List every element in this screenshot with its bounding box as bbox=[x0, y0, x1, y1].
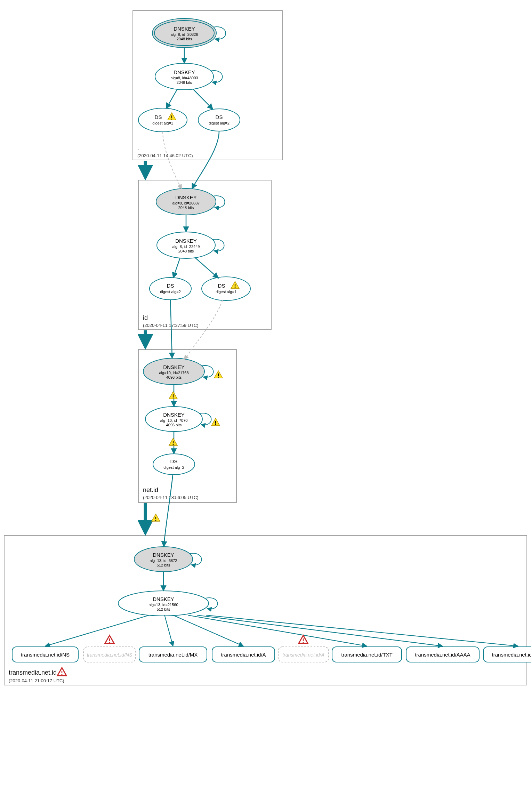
svg-text:DNSKEY: DNSKEY bbox=[153, 552, 174, 558]
svg-text:DNSKEY: DNSKEY bbox=[175, 194, 197, 200]
svg-text:transmedia.net.id/SOA: transmedia.net.id/SOA bbox=[492, 652, 531, 658]
rrset-rr_mx[interactable]: transmedia.net.id/MX bbox=[139, 647, 207, 662]
edge bbox=[206, 615, 518, 646]
error-icon bbox=[105, 635, 114, 643]
svg-text:alg=13, id=21560: alg=13, id=21560 bbox=[148, 603, 178, 607]
svg-text:alg=8, id=22449: alg=8, id=22449 bbox=[172, 244, 200, 249]
svg-point-69 bbox=[171, 119, 172, 120]
svg-text:DS: DS bbox=[218, 283, 225, 289]
svg-point-75 bbox=[173, 397, 174, 399]
warning-icon bbox=[169, 438, 177, 445]
svg-text:2048 bits: 2048 bits bbox=[177, 80, 192, 85]
svg-text:transmedia.net.id/MX: transmedia.net.id/MX bbox=[148, 652, 198, 658]
zone-leaf-label: transmedia.net.id bbox=[9, 669, 57, 676]
svg-text:alg=8, id=20326: alg=8, id=20326 bbox=[171, 32, 198, 37]
zone-root-ts: (2020-04-11 14:46:02 UTC) bbox=[137, 153, 193, 158]
svg-text:DS: DS bbox=[216, 114, 223, 120]
svg-point-71 bbox=[235, 287, 236, 288]
svg-text:transmedia.net.id/A: transmedia.net.id/A bbox=[282, 652, 324, 658]
dnssec-graph: . (2020-04-11 14:46:02 UTC) id (2020-04-… bbox=[0, 0, 531, 812]
svg-text:DNSKEY: DNSKEY bbox=[163, 412, 185, 418]
svg-point-41 bbox=[153, 454, 195, 475]
rrset-rr_txt[interactable]: transmedia.net.id/TXT bbox=[332, 647, 402, 662]
node-root-ds2[interactable]: DS digest alg=2 bbox=[198, 109, 240, 131]
svg-point-79 bbox=[173, 444, 174, 445]
svg-text:2048 bits: 2048 bits bbox=[178, 206, 194, 210]
svg-text:digest alg=2: digest alg=2 bbox=[160, 290, 181, 294]
svg-text:digest alg=1: digest alg=1 bbox=[216, 290, 236, 294]
svg-text:alg=10, id=21768: alg=10, id=21768 bbox=[159, 371, 188, 375]
svg-text:transmedia.net.id/NS: transmedia.net.id/NS bbox=[87, 652, 132, 658]
svg-point-16 bbox=[198, 109, 240, 131]
rrset-rr_ns_g[interactable]: transmedia.net.id/NS bbox=[83, 647, 136, 662]
node-leaf-ksk[interactable]: DNSKEY alg=13, id=6872 512 bits bbox=[134, 547, 202, 572]
svg-text:alg=8, id=26887: alg=8, id=26887 bbox=[172, 201, 200, 205]
svg-point-87 bbox=[61, 674, 62, 675]
svg-point-30 bbox=[202, 277, 250, 300]
error-icon bbox=[57, 668, 66, 676]
zone-leaf-ts: (2020-04-11 21:00:17 UTC) bbox=[9, 678, 64, 683]
node-leaf-zsk[interactable]: DNSKEY alg=13, id=21560 512 bits bbox=[118, 591, 218, 616]
svg-text:DNSKEY: DNSKEY bbox=[153, 596, 174, 602]
warning-icon bbox=[214, 371, 223, 378]
svg-text:transmedia.net.id/TXT: transmedia.net.id/TXT bbox=[341, 652, 393, 658]
svg-point-73 bbox=[218, 377, 219, 378]
svg-text:4096 bits: 4096 bits bbox=[166, 375, 182, 379]
rrset-rr_soa[interactable]: transmedia.net.id/SOA bbox=[483, 647, 531, 662]
svg-text:DS: DS bbox=[167, 283, 174, 289]
node-net-ksk[interactable]: DNSKEY alg=10, id=21768 4096 bits bbox=[143, 358, 214, 385]
node-id-ds2[interactable]: DS digest alg=2 bbox=[150, 278, 191, 300]
error-icon bbox=[299, 635, 308, 643]
svg-text:transmedia.net.id/AAAA: transmedia.net.id/AAAA bbox=[415, 652, 470, 658]
svg-text:4096 bits: 4096 bits bbox=[166, 423, 182, 427]
warning-icon bbox=[169, 392, 177, 399]
rrset-rr_a_g[interactable]: transmedia.net.id/A bbox=[278, 647, 329, 662]
edge bbox=[173, 258, 180, 278]
edge bbox=[164, 475, 173, 547]
svg-text:2048 bits: 2048 bits bbox=[178, 249, 194, 253]
svg-point-81 bbox=[155, 520, 156, 521]
warning-icon bbox=[211, 418, 220, 426]
svg-text:transmedia.net.id/NS: transmedia.net.id/NS bbox=[21, 652, 70, 658]
edge bbox=[188, 615, 367, 646]
svg-text:alg=8, id=48903: alg=8, id=48903 bbox=[171, 76, 198, 80]
rrset-rr_ns[interactable]: transmedia.net.id/NS bbox=[12, 647, 78, 662]
edge bbox=[164, 615, 173, 646]
svg-text:digest alg=2: digest alg=2 bbox=[163, 465, 184, 469]
node-net-ds[interactable]: DS digest alg=2 bbox=[153, 454, 195, 475]
node-root-ds1[interactable]: DS digest alg=1 bbox=[138, 108, 187, 132]
rrset-rr_a[interactable]: transmedia.net.id/A bbox=[212, 647, 275, 662]
svg-text:alg=10, id=7070: alg=10, id=7070 bbox=[160, 418, 188, 423]
edge bbox=[45, 615, 149, 646]
svg-text:2048 bits: 2048 bits bbox=[177, 37, 192, 41]
edge bbox=[195, 257, 218, 278]
svg-text:alg=13, id=6872: alg=13, id=6872 bbox=[150, 558, 177, 563]
edge bbox=[193, 89, 213, 109]
svg-point-13 bbox=[138, 108, 187, 132]
node-root-ksk[interactable]: DNSKEY alg=8, id=20326 2048 bits bbox=[152, 18, 226, 48]
svg-point-83 bbox=[109, 642, 110, 643]
svg-text:512 bits: 512 bits bbox=[157, 607, 170, 611]
warning-icon bbox=[152, 514, 160, 521]
svg-point-77 bbox=[215, 424, 216, 425]
svg-text:digest alg=1: digest alg=1 bbox=[152, 121, 173, 125]
node-id-zsk[interactable]: DNSKEY alg=8, id=22449 2048 bits bbox=[157, 232, 224, 258]
svg-text:DNSKEY: DNSKEY bbox=[174, 69, 195, 75]
svg-text:512 bits: 512 bits bbox=[157, 563, 170, 567]
zone-netid-label: net.id bbox=[143, 487, 158, 493]
zone-id-label: id bbox=[143, 314, 148, 321]
svg-text:DNSKEY: DNSKEY bbox=[163, 364, 185, 370]
svg-point-27 bbox=[150, 278, 191, 300]
svg-text:DNSKEY: DNSKEY bbox=[175, 238, 197, 244]
node-root-zsk[interactable]: DNSKEY alg=8, id=48903 2048 bits bbox=[155, 63, 223, 90]
rrset-rr_aaaa[interactable]: transmedia.net.id/AAAA bbox=[406, 647, 479, 662]
node-id-ksk[interactable]: DNSKEY alg=8, id=26887 2048 bits bbox=[156, 188, 225, 215]
svg-text:DS: DS bbox=[170, 458, 178, 464]
node-net-zsk[interactable]: DNSKEY alg=10, id=7070 4096 bits bbox=[145, 407, 211, 432]
svg-point-85 bbox=[303, 642, 304, 643]
svg-rect-3 bbox=[4, 536, 527, 685]
svg-text:transmedia.net.id/A: transmedia.net.id/A bbox=[221, 652, 266, 658]
node-id-ds1[interactable]: DS digest alg=1 bbox=[202, 277, 250, 300]
svg-text:DS: DS bbox=[155, 114, 162, 120]
zone-netid-ts: (2020-04-11 18:56:05 UTC) bbox=[143, 495, 199, 500]
